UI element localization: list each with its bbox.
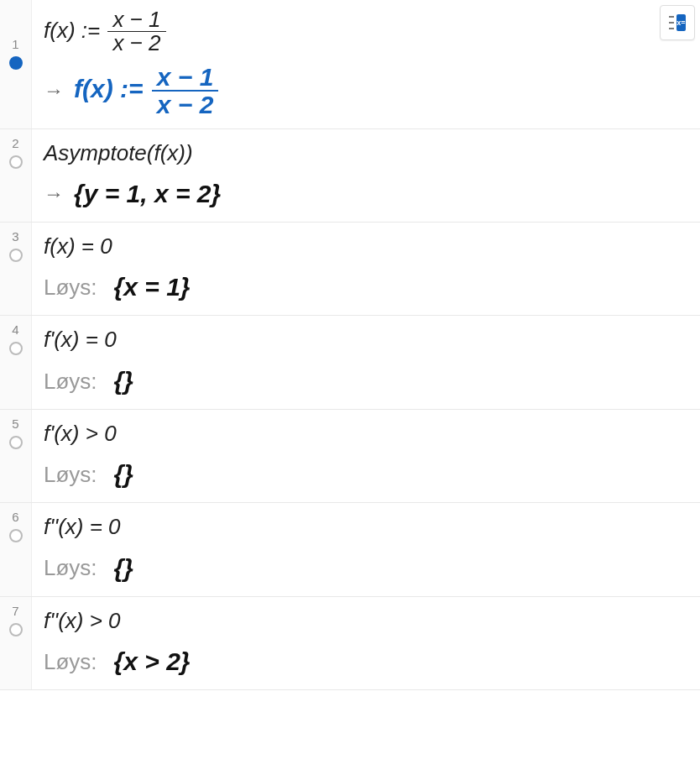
visibility-marker-filled[interactable] [9, 56, 23, 70]
output-value: {y = 1, x = 2} [74, 176, 221, 212]
row-content[interactable]: f'(x) = 0 Løys: {} [32, 316, 700, 408]
output-value: {x = 1} [114, 270, 191, 305]
solve-label: Løys: [44, 272, 97, 302]
numeric-substitute-button[interactable]: x= [660, 5, 695, 40]
cas-row[interactable]: 6 f''(x) = 0 Løys: {} [0, 503, 700, 596]
row-content[interactable]: f(x) := x − 1 x − 2 → f(x) := x − 1 x − … [32, 0, 700, 128]
output-expression: Løys: {x = 1} [44, 270, 688, 305]
row-number: 4 [12, 322, 18, 337]
output-arrow-icon: → [44, 180, 64, 208]
row-gutter: 7 [0, 597, 32, 689]
frac-den: x − 2 [152, 90, 219, 118]
output-value: {} [114, 364, 133, 399]
row-content[interactable]: f(x) = 0 Løys: {x = 1} [32, 223, 700, 315]
visibility-marker[interactable] [9, 623, 23, 636]
input-expression[interactable]: f''(x) = 0 [44, 511, 688, 542]
row-content[interactable]: f'(x) > 0 Løys: {} [32, 410, 700, 502]
output-arrow-icon: → [44, 76, 64, 105]
svg-text:x=: x= [676, 18, 685, 27]
input-expression[interactable]: f'(x) = 0 [44, 324, 688, 354]
row-content[interactable]: f''(x) > 0 Løys: {x > 2} [32, 597, 700, 689]
output-expression: → f(x) := x − 1 x − 2 [44, 64, 688, 118]
output-value: f(x) := x − 1 x − 2 [74, 64, 220, 118]
input-expression[interactable]: f''(x) > 0 [44, 605, 688, 636]
output-value: {x > 2} [114, 644, 191, 679]
frac-num: x − 1 [107, 8, 165, 31]
output-value: {} [114, 551, 133, 586]
row-number: 7 [12, 604, 18, 618]
cas-row[interactable]: 1 f(x) := x − 1 x − 2 → f(x) := x − 1 x … [0, 0, 700, 129]
row-gutter: 5 [0, 410, 32, 502]
row-gutter: 6 [0, 503, 32, 595]
row-gutter: 1 [0, 0, 32, 128]
cas-row[interactable]: 3 f(x) = 0 Løys: {x = 1} [0, 223, 700, 316]
cas-row[interactable]: 2 Asymptote(f(x)) → {y = 1, x = 2} [0, 129, 700, 223]
row-content[interactable]: Asymptote(f(x)) → {y = 1, x = 2} [32, 129, 700, 222]
row-gutter: 4 [0, 316, 32, 408]
output-expression: Løys: {} [44, 364, 688, 399]
solve-label: Løys: [44, 459, 97, 490]
output-expression: Løys: {} [44, 457, 688, 492]
row-number: 2 [12, 136, 18, 150]
cas-panel: 1 f(x) := x − 1 x − 2 → f(x) := x − 1 x … [0, 0, 700, 690]
row-number: 3 [12, 229, 18, 244]
cas-row[interactable]: 7 f''(x) > 0 Løys: {x > 2} [0, 597, 700, 690]
visibility-marker[interactable] [9, 155, 23, 169]
visibility-marker[interactable] [9, 436, 23, 449]
visibility-marker[interactable] [9, 342, 23, 355]
substitute-icon: x= [666, 11, 689, 34]
solve-label: Løys: [44, 366, 97, 396]
row-gutter: 2 [0, 129, 32, 222]
visibility-marker[interactable] [9, 529, 23, 542]
solve-label: Løys: [44, 647, 97, 677]
cas-row[interactable]: 5 f'(x) > 0 Løys: {} [0, 410, 700, 503]
row-content[interactable]: f''(x) = 0 Løys: {} [32, 503, 700, 595]
cas-row[interactable]: 4 f'(x) = 0 Løys: {} [0, 316, 700, 409]
output-expression: → {y = 1, x = 2} [44, 176, 688, 212]
lhs: f(x) := [74, 75, 144, 102]
row-number: 1 [12, 37, 18, 51]
input-expression[interactable]: Asymptote(f(x)) [44, 138, 688, 168]
output-expression: Løys: {x > 2} [44, 644, 688, 679]
input-expression[interactable]: f(x) = 0 [44, 231, 688, 261]
output-value: {} [114, 457, 133, 492]
frac-num: x − 1 [152, 64, 219, 91]
output-expression: Løys: {} [44, 551, 688, 586]
solve-label: Løys: [44, 553, 97, 583]
frac-den: x − 2 [107, 31, 165, 55]
row-gutter: 3 [0, 223, 32, 315]
row-number: 6 [12, 510, 18, 524]
fraction: x − 1 x − 2 [152, 64, 219, 118]
visibility-marker[interactable] [9, 249, 23, 262]
row-number: 5 [12, 416, 18, 431]
fraction: x − 1 x − 2 [107, 8, 165, 55]
lhs: f(x) := [44, 18, 100, 43]
input-expression[interactable]: f(x) := x − 1 x − 2 [44, 8, 688, 55]
input-expression[interactable]: f'(x) > 0 [44, 418, 688, 448]
